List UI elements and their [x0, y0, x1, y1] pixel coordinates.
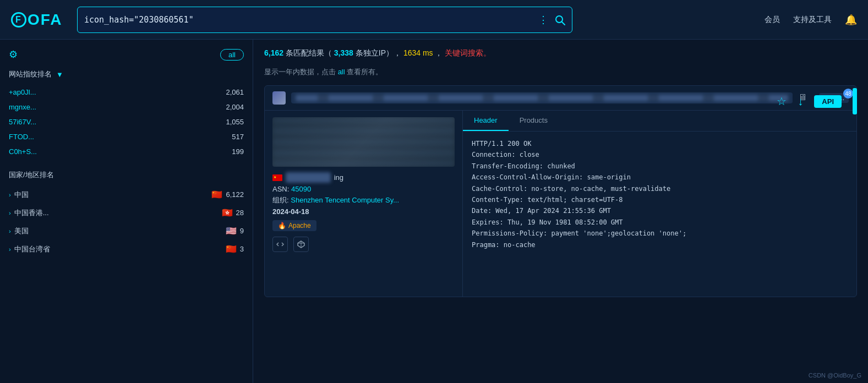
query-time: 1634 ms [403, 48, 433, 57]
sub-note-text2: 查看所有。 [347, 68, 383, 76]
country-list: › 中国 🇨🇳 6,122 › 中国香港... 🇭🇰 28 › 美国 🇺🇸 9 … [9, 185, 244, 258]
logo-icon: F [11, 12, 26, 28]
code-action-icon[interactable] [272, 237, 288, 252]
ranking-item[interactable]: C0h+S... 199 [9, 144, 244, 159]
nav-support-tools[interactable]: 支持及工具 [793, 15, 832, 25]
country-flag-icon: 🇨🇳 [211, 189, 222, 200]
server-label: Apache [288, 222, 311, 229]
country-count: 9 [240, 227, 244, 235]
search-options-icon[interactable]: ⋮ [538, 14, 549, 26]
ranking-count: 2,004 [226, 103, 244, 111]
search-bar: ⋮ [77, 7, 572, 33]
sidebar-header: ⚙ all [9, 48, 244, 61]
unique-ip-count: 3,338 [334, 48, 353, 57]
header-line: Pragma: no-cache [472, 239, 848, 250]
filter-icon[interactable]: ⚙ [9, 48, 18, 61]
notification-bell-icon[interactable]: 🔔 [845, 14, 857, 26]
country-name: 中国 [14, 190, 209, 200]
country-flag-icon: 🇨🇳 [226, 244, 237, 254]
sidebar: ⚙ all 网站指纹排名 ▼ +ap0Jl... 2,061 mgnxe... … [0, 40, 253, 383]
date-line: 2024-04-18 [272, 207, 455, 216]
asn-link[interactable]: 45090 [291, 185, 311, 193]
keyword-search-link[interactable]: 关键词搜索。 [445, 48, 491, 57]
card-top-bar: 🖥 b//aB... 48 [265, 86, 856, 111]
asn-label: ASN: [272, 185, 289, 193]
download-icon[interactable]: ↓ [798, 95, 803, 108]
card-right-panel: Header Products HTTP/1.1 200 OK Connecti… [463, 111, 856, 297]
header-content: HTTP/1.1 200 OK Connection: close Transf… [463, 132, 856, 297]
accent-bar [853, 88, 857, 114]
country-name: 美国 [14, 226, 222, 236]
header-line: Content-Type: text/html; charset=UTF-8 [472, 194, 848, 205]
ranking-count: 517 [232, 133, 244, 141]
results-sub-note: 显示一年内数据，点击 all 查看所有。 [264, 67, 857, 77]
site-favicon [272, 91, 286, 105]
ranking-item[interactable]: 57i67V... 1,055 [9, 114, 244, 129]
header-line: Connection: close [472, 149, 848, 160]
ranking-item[interactable]: FTOD... 517 [9, 129, 244, 144]
country-label: 国家/地区排名 [9, 170, 54, 180]
server-badge[interactable]: 🔥 Apache [272, 220, 316, 231]
cube-action-icon[interactable] [293, 237, 309, 252]
ranking-item[interactable]: +ap0Jl... 2,061 [9, 85, 244, 100]
results-summary: 6,162 条匹配结果（ 3,338 条独立IP）， 1634 ms ， 关键词… [264, 48, 857, 58]
chevron-icon: › [9, 246, 11, 253]
main-layout: ⚙ all 网站指纹排名 ▼ +ap0Jl... 2,061 mgnxe... … [0, 40, 868, 383]
ip-suffix: ing [334, 173, 343, 182]
header: F OFA ⋮ 会员 支持及工具 🔔 [0, 0, 868, 40]
card-left-panel: xxx.xxx.xxx ing ASN: 45090 组织: Shenzhen … [265, 111, 463, 297]
svg-point-0 [556, 16, 563, 23]
org-line: 组织: Shenzhen Tencent Computer Sy... [272, 195, 455, 205]
blurred-ip: xxx.xxx.xxx [286, 172, 331, 183]
chevron-icon: › [9, 228, 11, 234]
funnel-icon[interactable]: ▼ [56, 70, 63, 79]
api-button[interactable]: API [814, 95, 842, 108]
nav-member[interactable]: 会员 [765, 15, 780, 25]
ranking-item[interactable]: mgnxe... 2,004 [9, 100, 244, 114]
result-unit: 条匹配结果（ [286, 48, 332, 57]
country-flag-icon: 🇺🇸 [226, 226, 237, 236]
all-filter-badge[interactable]: all [220, 49, 244, 61]
star-icon[interactable]: ☆ [777, 95, 787, 108]
china-flag-icon [272, 174, 282, 181]
site-screenshot [272, 117, 455, 167]
fingerprint-ranking-list: +ap0Jl... 2,061 mgnxe... 2,004 57i67V...… [9, 85, 244, 159]
sub-note-text: 显示一年内数据，点击 [264, 68, 336, 76]
ranking-label: FTOD... [9, 133, 34, 141]
result-card: 🖥 b//aB... 48 xxx.xxx.xxx [264, 85, 857, 297]
country-section-title: 国家/地区排名 [9, 170, 244, 180]
header-line: Date: Wed, 17 Apr 2024 21:55:36 GMT [472, 205, 848, 216]
org-link[interactable]: Shenzhen Tencent Computer Sy... [291, 196, 399, 204]
tab-header[interactable]: Header [463, 111, 509, 131]
country-item-us[interactable]: › 美国 🇺🇸 9 [9, 222, 244, 240]
unique-ip-suffix: 条独立IP）， [356, 48, 401, 57]
header-line: Cache-Control: no-store, no-cache, must-… [472, 183, 848, 194]
separator: ， [435, 48, 443, 57]
ranking-label: C0h+S... [9, 147, 37, 156]
search-button[interactable] [554, 14, 565, 25]
chevron-icon: › [9, 210, 11, 216]
country-name: 中国香港... [14, 208, 219, 218]
topright-toolbar: ☆ ↓ API [777, 88, 857, 114]
ranking-label: mgnxe... [9, 103, 36, 111]
search-input[interactable] [84, 15, 533, 25]
ranking-count: 2,061 [226, 88, 244, 96]
all-results-link[interactable]: all [338, 68, 345, 76]
country-item-hk[interactable]: › 中国香港... 🇭🇰 28 [9, 204, 244, 222]
results-area: 6,162 条匹配结果（ 3,338 条独立IP）， 1634 ms ， 关键词… [253, 40, 868, 383]
header-line: Permissions-Policy: payment 'none';geolo… [472, 228, 848, 239]
server-icon: 🔥 [278, 222, 286, 229]
country-count: 3 [240, 245, 244, 253]
country-flag-icon: 🇭🇰 [222, 207, 233, 218]
blurred-url [296, 95, 788, 101]
svg-line-1 [562, 22, 565, 25]
asn-line: ASN: 45090 [272, 185, 455, 193]
screenshot-blur-overlay [272, 117, 455, 167]
tab-products[interactable]: Products [509, 111, 559, 131]
country-item-china[interactable]: › 中国 🇨🇳 6,122 [9, 185, 244, 204]
watermark: CSDN @OidBoy_G [809, 372, 861, 379]
fingerprint-label: 网站指纹排名 [9, 69, 52, 79]
country-item-tw[interactable]: › 中国台湾省 🇨🇳 3 [9, 240, 244, 258]
header-line: Expires: Thu, 19 Nov 1981 08:52:00 GMT [472, 217, 848, 228]
org-label: 组织: [272, 196, 289, 204]
